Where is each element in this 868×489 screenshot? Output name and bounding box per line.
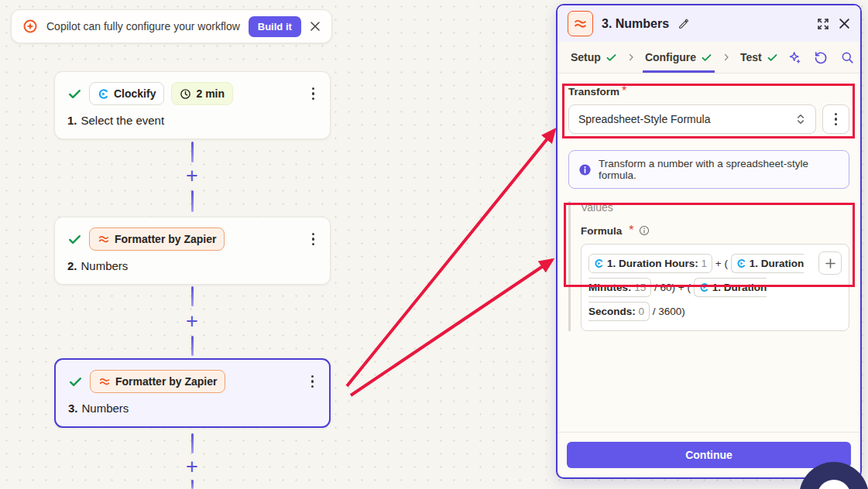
tab-complete-check-icon: [767, 52, 778, 63]
select-updown-icon: [795, 113, 806, 125]
info-alert-text: Transform a number with a spreadsheet-st…: [599, 158, 839, 181]
connector-line: [191, 286, 194, 306]
connector-line: [191, 480, 194, 489]
formula-field: Formula* 1. Duration Hours: 1 + ( 1. Dur…: [581, 224, 849, 331]
step-menu-icon[interactable]: [309, 84, 318, 104]
ai-sparkle-icon[interactable]: [787, 50, 802, 65]
transform-menu-button[interactable]: [822, 104, 849, 134]
expand-panel-icon[interactable]: [816, 17, 830, 31]
step-menu-icon[interactable]: [308, 372, 317, 392]
app-badge-formatter[interactable]: Formatter by Zapier: [90, 370, 225, 393]
panel-header: 3. Numbers: [558, 5, 860, 42]
connector-line: [191, 433, 194, 453]
chevron-right-icon: [626, 53, 636, 62]
help-widget-inner-circle: [817, 480, 851, 489]
formula-input[interactable]: 1. Duration Hours: 1 + ( 1. Duration Min…: [581, 244, 849, 331]
step-title: 2.Numbers: [67, 259, 317, 272]
chevron-right-icon: [722, 53, 731, 62]
values-section: Values Formula* 1. Duration Hours: 1 + (…: [568, 201, 849, 331]
app-badge-clockify[interactable]: Clockify: [89, 82, 164, 105]
clockify-icon: [594, 258, 604, 268]
duration-badge: 2 min: [171, 82, 233, 105]
vertical-dots-icon: [832, 110, 841, 129]
step-title: 3.Numbers: [68, 402, 317, 415]
panel-tabbar: Setup Configure Test: [558, 42, 860, 74]
panel-body: Transform* Spreadsheet-Style Formula Tra…: [558, 74, 860, 432]
formula-plain-text: / 60) + (: [651, 282, 693, 293]
formatter-app-icon: [568, 11, 593, 36]
undo-icon[interactable]: [814, 50, 829, 65]
duration-label: 2 min: [196, 87, 225, 100]
step-title: 1.Select the event: [67, 114, 317, 127]
formatter-waves-icon: [98, 233, 110, 245]
tab-label: Configure: [645, 51, 696, 63]
step-title-text: Select the event: [81, 114, 165, 127]
step-number: 2.: [67, 259, 77, 272]
tab-label: Setup: [571, 51, 601, 63]
formula-content: 1. Duration Hours: 1 + ( 1. Duration Min…: [588, 251, 812, 323]
close-panel-icon[interactable]: [839, 18, 850, 29]
tab-setup[interactable]: Setup: [568, 42, 619, 73]
tab-label: Test: [740, 51, 762, 63]
app-badge-label: Clockify: [114, 87, 156, 100]
transform-field: Transform* Spreadsheet-Style Formula: [568, 84, 849, 134]
panel-title: 3. Numbers: [602, 17, 669, 31]
insert-field-plus-button[interactable]: [818, 251, 842, 275]
app-badge-label: Formatter by Zapier: [115, 375, 217, 388]
clockify-icon: [699, 282, 709, 292]
add-step-button[interactable]: +: [181, 457, 203, 477]
transform-label: Transform: [568, 86, 619, 97]
tab-configure[interactable]: Configure: [643, 42, 715, 73]
copilot-toast: Copilot can fully configure your workflo…: [11, 9, 332, 43]
formula-plain-text: + (: [712, 258, 731, 269]
info-alert: Transform a number with a spreadsheet-st…: [568, 150, 849, 189]
continue-button[interactable]: Continue: [567, 442, 851, 468]
formula-label: Formula: [581, 225, 622, 237]
transform-selected-value: Spreadsheet-Style Formula: [578, 113, 710, 125]
required-mark: *: [622, 84, 626, 97]
connector-line: [191, 142, 194, 162]
step-config-panel: 3. Numbers Setup Configure Test: [556, 4, 862, 479]
workflow-step-2[interactable]: Formatter by Zapier 2.Numbers: [54, 217, 331, 285]
values-label: Values: [581, 201, 849, 214]
toast-close-icon[interactable]: [310, 21, 321, 32]
tab-complete-check-icon: [701, 52, 712, 63]
required-mark: *: [629, 224, 633, 238]
step-complete-check-icon: [68, 374, 83, 389]
copilot-icon: [22, 19, 38, 34]
clockify-icon: [98, 88, 109, 100]
step-number: 3.: [68, 402, 78, 415]
copilot-toast-message: Copilot can fully configure your workflo…: [46, 20, 240, 32]
clockify-icon: [736, 258, 746, 268]
add-step-button[interactable]: +: [181, 311, 203, 331]
rename-pencil-icon[interactable]: [678, 18, 690, 30]
step-complete-check-icon: [67, 87, 82, 101]
step-menu-icon[interactable]: [309, 230, 318, 249]
step-title-text: Numbers: [82, 402, 129, 415]
search-icon[interactable]: [840, 50, 855, 65]
formula-field-token[interactable]: 1. Duration Hours: 1: [588, 254, 712, 273]
transform-select[interactable]: Spreadsheet-Style Formula: [568, 104, 816, 134]
clock-icon: [180, 88, 191, 100]
step-complete-check-icon: [67, 232, 82, 247]
step-number: 1.: [67, 114, 77, 127]
app-badge-label: Formatter by Zapier: [115, 233, 216, 245]
app-badge-formatter[interactable]: Formatter by Zapier: [89, 227, 225, 251]
connector-line: [191, 336, 194, 356]
build-it-button[interactable]: Build it: [249, 16, 301, 37]
tab-complete-check-icon: [606, 52, 617, 63]
step-title-text: Numbers: [81, 259, 129, 272]
formatter-waves-icon: [98, 375, 111, 388]
workflow-step-1[interactable]: Clockify 2 min 1.Select the event: [54, 71, 331, 139]
workflow-step-3[interactable]: Formatter by Zapier 3.Numbers: [54, 358, 331, 428]
info-icon: [578, 163, 592, 176]
connector-line: [191, 190, 194, 212]
tab-test[interactable]: Test: [738, 42, 781, 73]
add-step-button[interactable]: +: [181, 166, 203, 186]
formula-plain-text: / 3600): [650, 306, 685, 317]
formula-help-icon[interactable]: [639, 225, 650, 236]
